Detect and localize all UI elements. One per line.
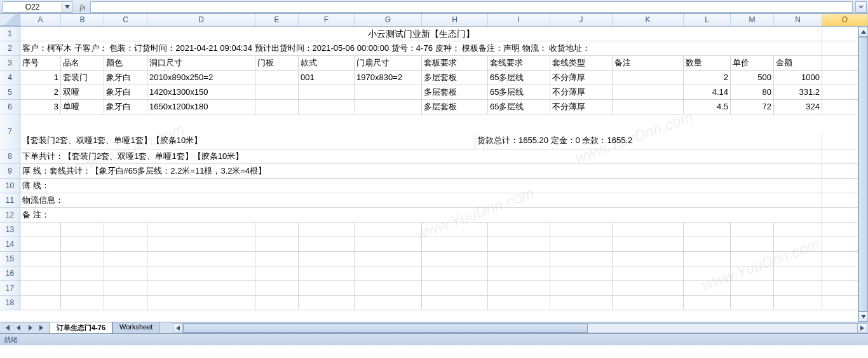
- cell-J14[interactable]: [550, 237, 613, 252]
- col-header-E[interactable]: E: [255, 14, 299, 26]
- cell-H16[interactable]: [422, 266, 488, 281]
- row-header-5[interactable]: 5: [0, 85, 20, 100]
- row-header-11[interactable]: 11: [0, 193, 20, 208]
- cell-L6[interactable]: 4.5: [684, 100, 731, 114]
- cell-N5[interactable]: 331.2: [774, 85, 822, 100]
- vertical-scrollbar[interactable]: [858, 27, 868, 322]
- row-header-7[interactable]: 7: [0, 114, 20, 149]
- col-header-J[interactable]: J: [550, 14, 613, 26]
- cell-D18[interactable]: [147, 296, 255, 310]
- scroll-right-button[interactable]: [857, 323, 867, 333]
- cell-N6[interactable]: 324: [774, 100, 822, 114]
- cell-H5[interactable]: 多层套板: [422, 85, 488, 100]
- col-header-A[interactable]: A: [20, 14, 61, 26]
- cell-D16[interactable]: [147, 266, 255, 281]
- cell-I18[interactable]: [488, 296, 550, 310]
- cell-L13[interactable]: [684, 223, 731, 237]
- row-header-17[interactable]: 17: [0, 281, 20, 296]
- cell-N18[interactable]: [774, 296, 822, 310]
- cell-F3[interactable]: 款式: [299, 56, 355, 71]
- cell-G15[interactable]: [355, 252, 422, 266]
- cell-J3[interactable]: 套线类型: [550, 56, 613, 71]
- cell-D4[interactable]: 2010x890x250=2: [147, 71, 255, 85]
- cell-H13[interactable]: [422, 223, 488, 237]
- col-header-I[interactable]: I: [488, 14, 550, 26]
- cell-N3[interactable]: 金额: [774, 56, 822, 71]
- col-header-B[interactable]: B: [61, 14, 104, 26]
- cell-G18[interactable]: [355, 296, 422, 310]
- cell-K18[interactable]: [613, 296, 684, 310]
- cell-L14[interactable]: [684, 237, 731, 252]
- cell-D5[interactable]: 1420x1300x150: [147, 85, 255, 100]
- cell-F4[interactable]: 001: [299, 71, 355, 85]
- cell-A6[interactable]: 3: [20, 100, 61, 114]
- cell-A16[interactable]: [20, 266, 61, 281]
- row-header-12[interactable]: 12: [0, 208, 20, 223]
- cell-I3[interactable]: 套线要求: [488, 56, 550, 71]
- formula-bar-expand[interactable]: [855, 1, 867, 13]
- scroll-down-button[interactable]: [858, 312, 868, 322]
- cell-E14[interactable]: [255, 237, 299, 252]
- cell-D13[interactable]: [147, 223, 255, 237]
- cell-I6[interactable]: 65多层线: [488, 100, 550, 114]
- cell-A5[interactable]: 2: [20, 85, 61, 100]
- cell-B17[interactable]: [61, 281, 104, 296]
- cell-A12[interactable]: 备 注：: [20, 208, 822, 223]
- cell-M17[interactable]: [731, 281, 774, 296]
- cell-K17[interactable]: [613, 281, 684, 296]
- tab-nav-first[interactable]: [1, 323, 13, 333]
- cell-C14[interactable]: [104, 237, 147, 252]
- cell-G14[interactable]: [355, 237, 422, 252]
- cell-K4[interactable]: [613, 71, 684, 85]
- cell-M6[interactable]: 72: [731, 100, 774, 114]
- cell-G4[interactable]: 1970x830=2: [355, 71, 422, 85]
- col-header-G[interactable]: G: [355, 14, 422, 26]
- cell-C16[interactable]: [104, 266, 147, 281]
- row-header-6[interactable]: 6: [0, 100, 20, 114]
- cell-H15[interactable]: [422, 252, 488, 266]
- cell-L18[interactable]: [684, 296, 731, 310]
- cell-M15[interactable]: [731, 252, 774, 266]
- row-header-9[interactable]: 9: [0, 164, 20, 179]
- row-header-14[interactable]: 14: [0, 237, 20, 252]
- cell-N13[interactable]: [774, 223, 822, 237]
- name-box-dropdown[interactable]: [62, 1, 72, 13]
- cell-F5[interactable]: [299, 85, 355, 100]
- cell-A18[interactable]: [20, 296, 61, 310]
- cell-L3[interactable]: 数量: [684, 56, 731, 71]
- cell-I16[interactable]: [488, 266, 550, 281]
- cell-M4[interactable]: 500: [731, 71, 774, 85]
- row-header-16[interactable]: 16: [0, 266, 20, 281]
- cell-M18[interactable]: [731, 296, 774, 310]
- cell-C18[interactable]: [104, 296, 147, 310]
- row-header-10[interactable]: 10: [0, 179, 20, 193]
- cell-A3[interactable]: 序号: [20, 56, 61, 71]
- cell-K6[interactable]: [613, 100, 684, 114]
- cell-I17[interactable]: [488, 281, 550, 296]
- cell-M14[interactable]: [731, 237, 774, 252]
- cell-J15[interactable]: [550, 252, 613, 266]
- cell-M3[interactable]: 单价: [731, 56, 774, 71]
- col-header-L[interactable]: L: [684, 14, 731, 26]
- cell-F16[interactable]: [299, 266, 355, 281]
- cell-L5[interactable]: 4.14: [684, 85, 731, 100]
- cell-K3[interactable]: 备注: [613, 56, 684, 71]
- cell-I14[interactable]: [488, 237, 550, 252]
- cell-K15[interactable]: [613, 252, 684, 266]
- cell-A9[interactable]: 厚 线：套线共计：【象牙白#65多层线：2.2米=11根，3.2米=4根】: [20, 164, 822, 179]
- formula-input[interactable]: [90, 1, 853, 13]
- cell-B14[interactable]: [61, 237, 104, 252]
- row-header-4[interactable]: 4: [0, 71, 20, 85]
- cell-L16[interactable]: [684, 266, 731, 281]
- cell-D3[interactable]: 洞口尺寸: [147, 56, 255, 71]
- cell-A15[interactable]: [20, 252, 61, 266]
- row-header-2[interactable]: 2: [0, 41, 20, 56]
- cell-E17[interactable]: [255, 281, 299, 296]
- cell-A14[interactable]: [20, 237, 61, 252]
- cell-B16[interactable]: [61, 266, 104, 281]
- cell-E6[interactable]: [255, 100, 299, 114]
- cell-F18[interactable]: [299, 296, 355, 310]
- cell-M13[interactable]: [731, 223, 774, 237]
- cell-K14[interactable]: [613, 237, 684, 252]
- cell-B4[interactable]: 套装门: [61, 71, 104, 85]
